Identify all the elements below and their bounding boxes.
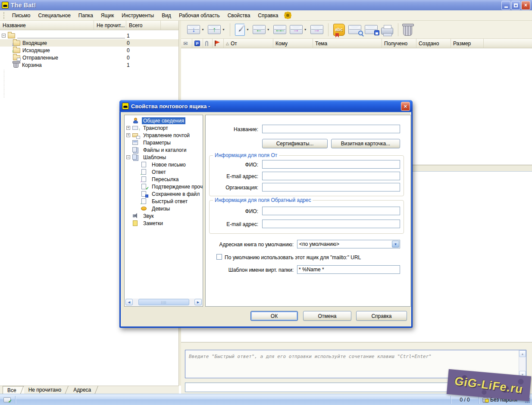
expand-icon[interactable]: + — [126, 126, 130, 130]
chevron-down-icon[interactable]: ▼ — [201, 28, 204, 31]
column-to[interactable]: Кому — [273, 39, 313, 48]
new-message-icon — [235, 24, 245, 36]
chevron-down-icon[interactable]: ▼ — [304, 28, 307, 31]
vcard-button[interactable]: Визитная карточка... — [331, 139, 400, 148]
addressbook-combo[interactable]: <по умолчанию> ▼ — [297, 240, 400, 248]
tree-item-options[interactable]: Параметры — [125, 139, 203, 146]
minimize-button[interactable] — [501, 1, 510, 10]
column-parked[interactable]: P — [192, 39, 203, 48]
tree-item-transport[interactable]: + ↑ Транспорт — [125, 124, 203, 132]
quick-reply-scrollbar[interactable]: ▲ ▼ — [519, 350, 526, 378]
chevron-down-icon[interactable]: ▼ — [392, 241, 399, 248]
tab-all[interactable]: Все — [3, 386, 24, 394]
reply-all-button[interactable]: ←← — [272, 22, 288, 38]
folder-row-outbox[interactable]: ↑ Исходящие 0 — [0, 47, 178, 54]
vfolder-input[interactable] — [297, 265, 400, 274]
gear-flower-icon[interactable] — [286, 14, 289, 17]
tree-item-read-confirmation[interactable]: ✓ Подтверждение прочте — [125, 183, 203, 190]
tree-item-quick-reply[interactable]: ← Быстрый ответ — [125, 198, 203, 205]
fio-input[interactable] — [262, 160, 400, 169]
chevron-down-icon[interactable]: ▼ — [246, 28, 249, 31]
name-input[interactable] — [262, 125, 400, 133]
menu-folder[interactable]: Папка — [75, 11, 97, 20]
menu-help[interactable]: Справка — [254, 11, 282, 20]
organization-input[interactable] — [262, 183, 400, 192]
email2-input[interactable] — [262, 220, 400, 228]
menu-letter[interactable]: Письмо — [8, 11, 34, 20]
column-created[interactable]: Создано — [416, 39, 451, 48]
tree-item-reply[interactable]: ← Ответ — [125, 168, 203, 176]
column-subject[interactable]: Тема — [313, 39, 382, 48]
tree-horizontal-scrollbar[interactable]: ◀ |||| ▶ — [125, 298, 202, 306]
sent-folder-icon — [13, 55, 20, 60]
reply-button[interactable]: ←▼ — [251, 22, 272, 38]
find-message-button[interactable] — [347, 22, 363, 38]
scroll-up-icon[interactable]: ▲ — [519, 350, 526, 357]
chevron-down-icon[interactable]: ▼ — [267, 28, 270, 31]
get-mail-button[interactable]: ↓▼ — [185, 22, 206, 38]
column-received[interactable]: Получено — [382, 39, 416, 48]
cancel-button[interactable]: Отмена — [303, 311, 351, 321]
menu-workspace[interactable]: Рабочая область — [175, 11, 224, 20]
column-name[interactable]: Название — [0, 21, 94, 30]
tree-item-sound[interactable]: Звук — [125, 212, 203, 220]
column-unread[interactable]: Не прочит... — [94, 21, 126, 30]
folder-row-inbox[interactable]: ↓ Входящие 0 — [0, 39, 178, 47]
column-size[interactable]: Размер — [451, 39, 484, 48]
menu-tools[interactable]: Инструменты — [118, 11, 158, 20]
tree-item-mottos[interactable]: Девизы — [125, 205, 203, 212]
email-input[interactable] — [262, 172, 400, 180]
dialog-close-button[interactable]: × — [401, 102, 410, 111]
tree-item-notes[interactable]: Заметки — [125, 220, 203, 227]
close-button[interactable]: × — [521, 1, 530, 10]
send-mail-button[interactable]: ↑▼ — [206, 22, 227, 38]
notes-icon — [132, 220, 139, 226]
menu-mailbox[interactable]: Ящик — [97, 11, 118, 20]
scrollbar-thumb[interactable]: |||| — [138, 299, 189, 305]
mailto-checkbox-label[interactable]: По умолчанию использовать этот ящик для … — [225, 254, 361, 261]
folder-row-sent[interactable]: Отправленные 0 — [0, 54, 178, 61]
new-message-button[interactable]: ▼ — [233, 22, 251, 38]
folder-row-trash[interactable]: Корзина 1 — [0, 61, 178, 69]
fio2-input[interactable] — [262, 207, 400, 215]
tree-item-forward[interactable]: ← Пересылка — [125, 176, 203, 183]
expand-icon[interactable]: + — [126, 133, 130, 137]
column-total[interactable]: Всего — [126, 21, 161, 30]
menu-view[interactable]: Вид — [158, 11, 175, 20]
tree-item-general[interactable]: Общие сведения — [125, 117, 203, 124]
tree-item-files-folders[interactable]: Файлы и каталоги — [125, 146, 203, 154]
folder-row-account[interactable]: − 1 — [0, 32, 178, 39]
tab-unread[interactable]: Не прочитано — [24, 386, 69, 394]
menu-special[interactable]: Специальное — [34, 11, 75, 20]
certificates-button[interactable]: Сертификаты... — [262, 139, 328, 148]
column-flag[interactable] — [213, 39, 224, 48]
print-button[interactable] — [379, 22, 395, 38]
redirect-button[interactable]: → — [309, 22, 325, 38]
collapse-icon[interactable]: − — [126, 155, 130, 159]
reply-template-icon: ← — [141, 169, 147, 175]
address-book-button[interactable]: abc — [332, 22, 347, 38]
menu-properties[interactable]: Свойства — [224, 11, 254, 20]
help-button[interactable]: Справка — [356, 311, 407, 321]
account-underline — [17, 33, 125, 38]
ok-button[interactable]: ОК — [250, 311, 298, 321]
resize-grip[interactable] — [529, 402, 530, 403]
collapse-icon[interactable]: − — [2, 34, 6, 38]
tree-item-templates[interactable]: − Шаблоны — [125, 154, 203, 161]
tree-item-new-letter[interactable]: Новое письмо — [125, 161, 203, 168]
scroll-left-icon[interactable]: ◀ — [125, 299, 133, 305]
forward-button[interactable]: →▼ — [288, 22, 309, 38]
save-message-button[interactable] — [363, 22, 379, 38]
column-attachment[interactable] — [203, 39, 213, 48]
tree-item-mail-management[interactable]: + Управление почтой — [125, 132, 203, 139]
column-envelope[interactable]: ✉ — [181, 39, 192, 48]
column-from[interactable]: △От — [224, 39, 273, 48]
toolbar-grip[interactable] — [3, 12, 5, 19]
delete-button[interactable] — [401, 22, 414, 38]
chevron-down-icon[interactable]: ▼ — [222, 28, 225, 31]
mailto-checkbox[interactable] — [216, 254, 222, 260]
scroll-right-icon[interactable]: ▶ — [194, 299, 202, 305]
tree-item-save-to-file[interactable]: Сохранение в файл — [125, 190, 203, 198]
tab-addresses[interactable]: Адреса — [69, 386, 99, 394]
maximize-button[interactable] — [511, 1, 520, 10]
